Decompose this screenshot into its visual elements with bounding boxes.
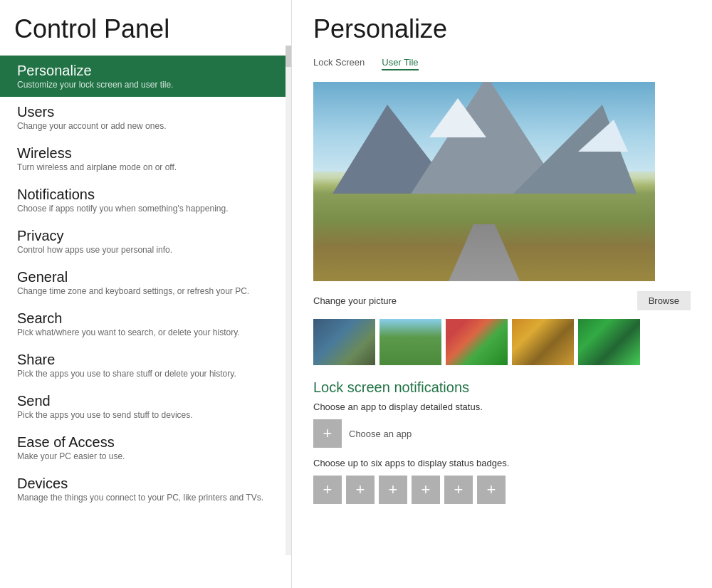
choose-app-label: Choose an app [349, 429, 412, 439]
badge-button-1[interactable]: + [313, 476, 342, 504]
nav-item-desc-ease-of-access: Make your PC easier to use. [17, 451, 277, 461]
nav-item-title-send: Send [17, 393, 277, 409]
nav-item-desc-general: Change time zone and keyboard settings, … [17, 286, 277, 296]
nav-item-desc-privacy: Control how apps use your personal info. [17, 245, 277, 255]
sidebar-item-general[interactable]: GeneralChange time zone and keyboard set… [0, 262, 291, 303]
choose-app-row: + Choose an app [313, 419, 691, 448]
badge-button-2[interactable]: + [346, 476, 375, 504]
nav-item-desc-notifications: Choose if apps notify you when something… [17, 204, 277, 214]
sidebar-item-search[interactable]: SearchPick what/where you want to search… [0, 303, 291, 345]
nav-item-title-wireless: Wireless [17, 145, 277, 162]
thumbnail-4[interactable] [512, 319, 574, 365]
nav-item-desc-users: Change your account or add new ones. [17, 121, 277, 131]
thumbnail-1[interactable] [313, 319, 375, 365]
sidebar-item-devices[interactable]: DevicesManage the things you connect to … [0, 468, 291, 510]
plus-icon: + [323, 426, 333, 441]
notifications-title: Lock screen notifications [313, 379, 691, 396]
left-panel: Control Panel PersonalizeCustomize your … [0, 0, 292, 588]
badge-button-5[interactable]: + [444, 476, 473, 504]
plus-icon-4: + [422, 482, 431, 498]
nav-item-title-privacy: Privacy [17, 228, 277, 244]
plus-icon-3: + [389, 482, 398, 498]
mountain-right-snow [578, 120, 628, 152]
nav-item-desc-wireless: Turn wireless and airplane mode on or of… [17, 162, 277, 172]
badge-button-6[interactable]: + [477, 476, 506, 504]
nav-item-title-general: General [17, 269, 277, 285]
detailed-status-desc: Choose an app to display detailed status… [313, 401, 691, 412]
nav-list: PersonalizeCustomize your lock screen an… [0, 56, 291, 510]
sidebar-item-personalize[interactable]: PersonalizeCustomize your lock screen an… [0, 56, 291, 97]
sidebar-item-share[interactable]: SharePick the apps you use to share stuf… [0, 345, 291, 386]
sidebar-item-notifications[interactable]: NotificationsChoose if apps notify you w… [0, 179, 291, 221]
sidebar-item-ease-of-access[interactable]: Ease of AccessMake your PC easier to use… [0, 427, 291, 468]
nav-item-desc-search: Pick what/where you want to search, or d… [17, 327, 277, 337]
badge-buttons: + + + + + + [313, 476, 691, 504]
right-panel-title: Personalize [313, 14, 691, 44]
plus-icon-2: + [356, 482, 365, 498]
tabs: Lock Screen User Tile [313, 57, 691, 70]
thumbnail-3[interactable] [446, 319, 508, 365]
sidebar-item-wireless[interactable]: WirelessTurn wireless and airplane mode … [0, 138, 291, 179]
sidebar-item-privacy[interactable]: PrivacyControl how apps use your persona… [0, 221, 291, 262]
scrollbar[interactable] [286, 46, 291, 555]
choose-app-button[interactable]: + [313, 419, 342, 448]
sidebar-item-send[interactable]: SendPick the apps you use to send stuff … [0, 386, 291, 427]
nav-item-title-share: Share [17, 352, 277, 368]
nav-item-title-ease-of-access: Ease of Access [17, 434, 277, 451]
change-picture-row: Change your picture Browse [313, 291, 691, 310]
nav-item-title-search: Search [17, 310, 277, 327]
plus-icon-5: + [454, 482, 464, 498]
mountain-scene [313, 82, 655, 281]
nav-item-desc-send: Pick the apps you use to send stuff to d… [17, 410, 277, 420]
right-panel: Personalize Lock Screen User Tile Change… [292, 0, 712, 588]
notifications-section: Lock screen notifications Choose an app … [313, 379, 691, 504]
nav-item-desc-personalize: Customize your lock screen and user tile… [17, 80, 277, 90]
plus-icon-6: + [487, 482, 496, 498]
nav-item-title-notifications: Notifications [17, 187, 277, 203]
badge-button-4[interactable]: + [412, 476, 440, 504]
change-picture-label: Change your picture [313, 295, 397, 306]
nav-item-desc-share: Pick the apps you use to share stuff or … [17, 369, 277, 379]
thumbnail-2[interactable] [379, 319, 441, 365]
tab-user-tile[interactable]: User Tile [382, 57, 418, 70]
lock-screen-image [313, 82, 655, 281]
scroll-thumb[interactable] [286, 46, 291, 67]
tab-lock-screen[interactable]: Lock Screen [313, 57, 365, 70]
thumbnail-row [313, 319, 691, 365]
browse-button[interactable]: Browse [637, 291, 691, 310]
nav-item-title-devices: Devices [17, 476, 277, 492]
plus-icon-1: + [323, 482, 333, 498]
badges-desc: Choose up to six apps to display status … [313, 458, 691, 468]
badge-button-3[interactable]: + [379, 476, 407, 504]
nav-item-title-users: Users [17, 104, 277, 120]
thumbnail-5[interactable] [578, 319, 640, 365]
page-title: Control Panel [0, 0, 291, 56]
nav-item-title-personalize: Personalize [17, 63, 277, 79]
sidebar-item-users[interactable]: UsersChange your account or add new ones… [0, 97, 291, 138]
mountain-center-snow [429, 98, 486, 137]
nav-item-desc-devices: Manage the things you connect to your PC… [17, 493, 277, 503]
